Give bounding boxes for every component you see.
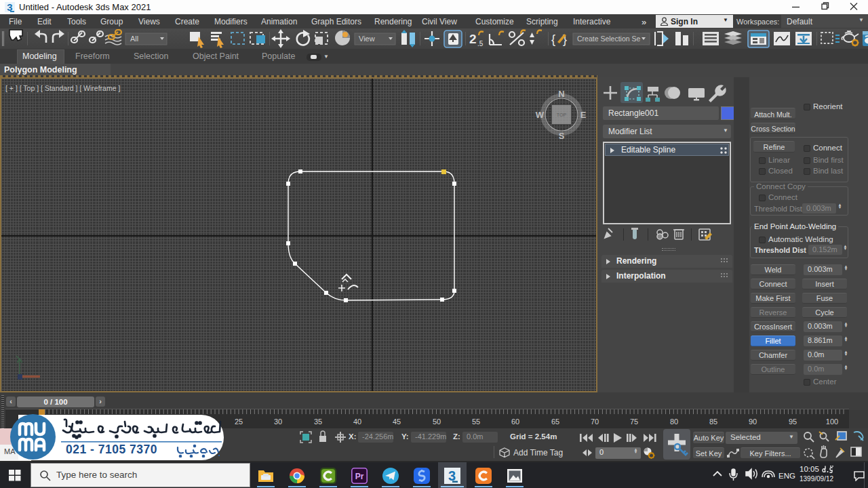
svg-text:65: 65 — [551, 418, 559, 426]
svg-text:60: 60 — [511, 418, 519, 426]
svg-text:70: 70 — [591, 418, 599, 426]
svg-text:2: 2 — [469, 32, 477, 46]
svg-text:View: View — [359, 35, 375, 43]
svg-text:95: 95 — [789, 418, 797, 426]
svg-text:25: 25 — [235, 418, 243, 426]
svg-text:90: 90 — [749, 418, 757, 426]
svg-text:Create Selection Se: Create Selection Se — [577, 35, 641, 43]
svg-text:55: 55 — [472, 418, 480, 426]
svg-text:S: S — [559, 131, 565, 141]
svg-text:75: 75 — [630, 418, 638, 426]
svg-text:{: { — [551, 33, 555, 46]
svg-text:30: 30 — [274, 418, 282, 426]
svg-text:45: 45 — [393, 418, 401, 426]
svg-text:.5: .5 — [477, 40, 484, 47]
svg-text:Pr: Pr — [355, 472, 364, 481]
svg-text:E: E — [580, 110, 587, 120]
svg-text:35: 35 — [314, 418, 322, 426]
svg-text:80: 80 — [670, 418, 678, 426]
svg-text:85: 85 — [709, 418, 717, 426]
svg-text:ENG: ENG — [778, 472, 795, 480]
svg-text:All: All — [130, 35, 138, 43]
svg-text:TOP: TOP — [557, 113, 567, 117]
svg-text:N: N — [558, 89, 564, 99]
svg-text:50: 50 — [433, 418, 441, 426]
svg-text:100: 100 — [826, 418, 838, 426]
svg-text:W: W — [536, 110, 545, 120]
svg-text:40: 40 — [353, 418, 361, 426]
